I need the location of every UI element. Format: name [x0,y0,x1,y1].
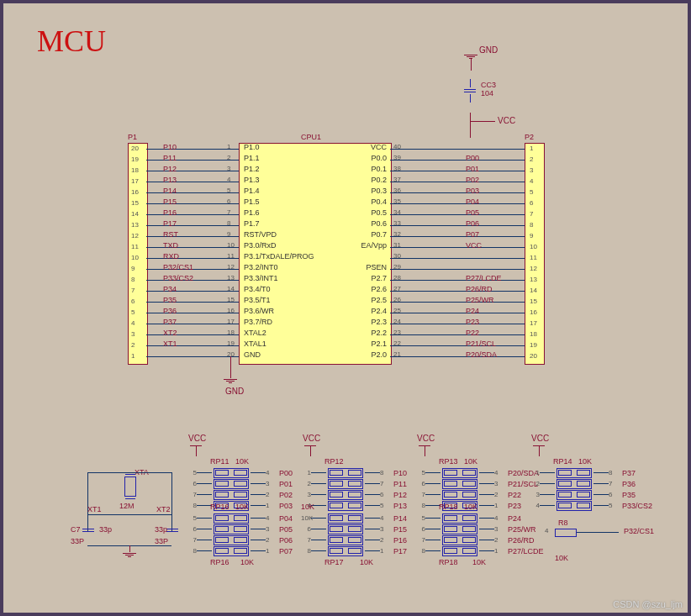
p2-ref: P2 [525,133,534,141]
vcc-label: VCC [498,116,515,125]
page-title: MCU [37,24,106,59]
gnd-symbol-top: GND [464,54,477,71]
schematic-frame: MCU GND CC3 104 VCC P1 20 P1019 P1118 P1… [0,0,691,616]
cap-c8 [166,527,178,534]
crystal-xta [124,476,136,497]
vcc-symbol: VCC [419,445,430,456]
gnd-symbol-chip: GND [224,378,237,383]
vcc-wire [470,113,471,138]
capacitor-cc3: CC3 104 [464,79,476,103]
cpu-ref: CPU1 [301,133,321,141]
p1-ref: P1 [128,133,137,141]
watermark: CSDN @szu_ljm [613,599,683,609]
vcc-symbol: VCC [190,445,202,456]
cap-c7 [82,527,94,534]
vcc-symbol: VCC [533,445,545,456]
vcc-symbol: VCC [304,445,316,456]
